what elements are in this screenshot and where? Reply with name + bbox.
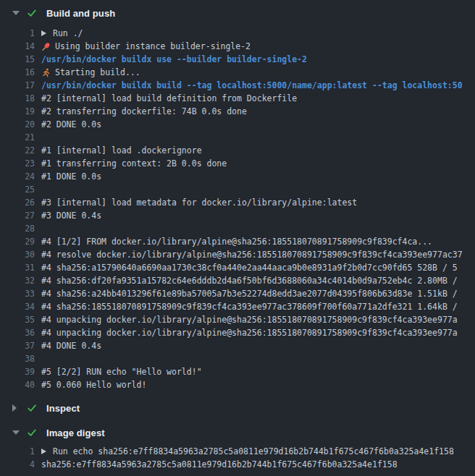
- log-text: #5 [2/2] RUN echo "Hello world!": [41, 365, 202, 378]
- line-number[interactable]: 22: [0, 144, 35, 157]
- line-content: #4 sha256:a24bb4013296f61e89ba57005a7b3e…: [41, 287, 458, 300]
- line-content: sha256:e7ff8834a5963a2785c5a0811e979d16b…: [41, 458, 398, 471]
- expand-group-icon[interactable]: [41, 30, 46, 36]
- section-image-digest: Image digest1Run echo sha256:e7ff8834a59…: [0, 422, 475, 476]
- section-inspect: Inspect: [0, 398, 475, 418]
- log-text: #4 unpacking docker.io/library/alpine@sh…: [41, 313, 458, 326]
- line-number[interactable]: 17: [0, 79, 35, 92]
- log-line: 37#4 DONE 0.4s: [0, 339, 475, 352]
- line-number[interactable]: 32: [0, 274, 35, 287]
- line-number[interactable]: 29: [0, 235, 35, 248]
- line-number[interactable]: 21: [0, 131, 35, 144]
- line-number[interactable]: 15: [0, 53, 35, 66]
- log-text: #4 [1/2] FROM docker.io/library/alpine@s…: [41, 235, 432, 248]
- log-line: 29#4 [1/2] FROM docker.io/library/alpine…: [0, 235, 475, 248]
- log-text: #4 sha256:a15790640a6690aa1730c38cf0a440…: [41, 261, 458, 274]
- line-content: Using builder instance builder-single-2: [41, 40, 251, 53]
- log-text: Run ./: [53, 27, 83, 40]
- log-line: 36#4 unpacking docker.io/library/alpine@…: [0, 326, 475, 339]
- line-number[interactable]: 1: [0, 27, 35, 40]
- line-number[interactable]: 14: [0, 40, 35, 53]
- line-content: /usr/bin/docker buildx build --tag local…: [41, 79, 463, 92]
- log-text: #2 DONE 0.0s: [41, 118, 101, 131]
- log-text: sha256:e7ff8834a5963a2785c5a0811e979d16b…: [41, 458, 398, 471]
- line-content: #4 unpacking docker.io/library/alpine@sh…: [41, 326, 458, 339]
- log-line: 39#5 [2/2] RUN echo "Hello world!": [0, 365, 475, 378]
- chevron-right-icon: [12, 404, 17, 412]
- line-number[interactable]: 19: [0, 105, 35, 118]
- log-line: 24#1 DONE 0.0s: [0, 170, 475, 183]
- line-number[interactable]: 38: [0, 352, 35, 365]
- line-content: Starting build...: [41, 66, 140, 79]
- log-text: Using builder instance builder-single-2: [55, 40, 251, 53]
- section-title: Image digest: [46, 428, 105, 438]
- line-content: #4 resolve docker.io/library/alpine@sha2…: [41, 248, 463, 261]
- expand-group-icon[interactable]: [41, 449, 46, 454]
- line-content: #2 transferring dockerfile: 74B 0.0s don…: [41, 105, 247, 118]
- log-line: 21: [0, 131, 475, 144]
- log-line: 23#1 transferring context: 2B 0.0s done: [0, 157, 475, 170]
- check-success-icon: [27, 403, 37, 413]
- line-number[interactable]: 30: [0, 248, 35, 261]
- line-content: #1 [internal] load .dockerignore: [41, 144, 202, 157]
- line-number[interactable]: 20: [0, 118, 35, 131]
- line-number[interactable]: 16: [0, 66, 35, 79]
- log-line: 1Run ./: [0, 27, 475, 40]
- line-number[interactable]: 27: [0, 209, 35, 222]
- log-line: 32#4 sha256:df20fa9351a15782c64e6dddb2d4…: [0, 274, 475, 287]
- line-content: Run echo sha256:e7ff8834a5963a2785c5a081…: [41, 445, 454, 458]
- log-text: #1 transferring context: 2B 0.0s done: [41, 157, 227, 170]
- log-line: 27#3 DONE 0.4s: [0, 209, 475, 222]
- runner-icon: [41, 68, 51, 77]
- line-content: #4 [1/2] FROM docker.io/library/alpine@s…: [41, 235, 432, 248]
- line-number[interactable]: 37: [0, 339, 35, 352]
- line-content: #5 0.060 Hello world!: [41, 378, 146, 391]
- line-number[interactable]: 4: [0, 458, 35, 471]
- line-number[interactable]: 24: [0, 170, 35, 183]
- log-text: Run echo sha256:e7ff8834a5963a2785c5a081…: [53, 445, 454, 458]
- log-line: 31#4 sha256:a15790640a6690aa1730c38cf0a4…: [0, 261, 475, 274]
- line-number[interactable]: 36: [0, 326, 35, 339]
- line-content: #3 DONE 0.4s: [41, 209, 101, 222]
- line-number[interactable]: 39: [0, 365, 35, 378]
- pushpin-icon: [41, 42, 51, 51]
- log-line: 38: [0, 352, 475, 365]
- log-text: /usr/bin/docker buildx use --builder bui…: [41, 53, 307, 66]
- line-number[interactable]: 34: [0, 300, 35, 313]
- line-number[interactable]: 33: [0, 287, 35, 300]
- log-text: Starting build...: [55, 66, 140, 79]
- chevron-down-icon: [12, 430, 20, 435]
- section-header-inspect[interactable]: Inspect: [0, 398, 475, 418]
- log-text: #4 unpacking docker.io/library/alpine@sh…: [41, 326, 458, 339]
- line-number[interactable]: 1: [0, 445, 35, 458]
- log-line: 25: [0, 183, 475, 196]
- log-line: 20#2 DONE 0.0s: [0, 118, 475, 131]
- line-content: Run ./: [41, 27, 83, 40]
- log-text: #2 [internal] load build definition from…: [41, 92, 297, 105]
- log-text: #4 sha256:185518070891758909c9f839cf4ca3…: [41, 300, 458, 313]
- line-number[interactable]: 40: [0, 378, 35, 391]
- log-text: #4 sha256:df20fa9351a15782c64e6dddb2d4a6…: [41, 274, 458, 287]
- check-success-icon: [27, 8, 37, 18]
- line-number[interactable]: 18: [0, 92, 35, 105]
- log-line: 19#2 transferring dockerfile: 74B 0.0s d…: [0, 105, 475, 118]
- line-number[interactable]: 25: [0, 183, 35, 196]
- workflow-log-viewer: Build and push1Run ./14Using builder ins…: [0, 0, 475, 476]
- log-line: 30#4 resolve docker.io/library/alpine@sh…: [0, 248, 475, 261]
- line-content: #2 DONE 0.0s: [41, 118, 101, 131]
- section-title: Inspect: [46, 403, 80, 414]
- log-line: 17/usr/bin/docker buildx build --tag loc…: [0, 79, 475, 92]
- line-number[interactable]: 26: [0, 196, 35, 209]
- line-content: #1 DONE 0.0s: [41, 170, 101, 183]
- line-number[interactable]: 23: [0, 157, 35, 170]
- line-number[interactable]: 31: [0, 261, 35, 274]
- line-content: #1 transferring context: 2B 0.0s done: [41, 157, 227, 170]
- log-line: 14Using builder instance builder-single-…: [0, 40, 475, 53]
- line-number[interactable]: 35: [0, 313, 35, 326]
- line-content: #4 unpacking docker.io/library/alpine@sh…: [41, 313, 458, 326]
- section-header-build-and-push[interactable]: Build and push: [0, 3, 475, 23]
- line-content: #4 sha256:df20fa9351a15782c64e6dddb2d4a6…: [41, 274, 458, 287]
- section-header-image-digest[interactable]: Image digest: [0, 422, 475, 443]
- log-line: 33#4 sha256:a24bb4013296f61e89ba57005a7b…: [0, 287, 475, 300]
- line-number[interactable]: 28: [0, 222, 35, 235]
